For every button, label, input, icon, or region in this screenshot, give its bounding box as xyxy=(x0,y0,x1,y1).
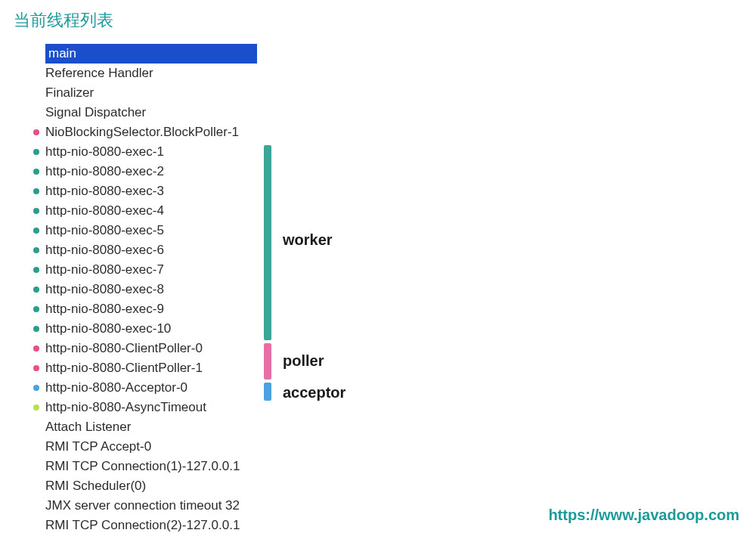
thread-name: Reference Handler xyxy=(45,66,153,81)
list-item[interactable]: RMI TCP Connection(1)-127.0.0.1 xyxy=(33,457,744,476)
list-item[interactable]: http-nio-8080-exec-2 xyxy=(33,162,744,181)
list-item[interactable]: http-nio-8080-exec-1 xyxy=(33,142,744,162)
list-item[interactable]: Signal Dispatcher xyxy=(33,103,744,122)
thread-name: http-nio-8080-ClientPoller-0 xyxy=(45,341,203,356)
bullet-icon xyxy=(33,149,39,155)
bullet-icon xyxy=(33,346,39,352)
bullet-icon xyxy=(33,267,39,273)
bullet-icon xyxy=(33,169,39,175)
list-item[interactable]: RMI TCP Accept-0 xyxy=(33,437,744,457)
bullet-icon xyxy=(33,326,39,332)
bullet-icon xyxy=(33,228,39,234)
list-item[interactable]: http-nio-8080-exec-5 xyxy=(33,221,744,240)
thread-name: http-nio-8080-exec-1 xyxy=(45,144,164,160)
bullet-icon xyxy=(33,188,39,194)
thread-name: http-nio-8080-Acceptor-0 xyxy=(45,380,187,395)
thread-name: http-nio-8080-exec-4 xyxy=(45,203,164,218)
list-item[interactable]: http-nio-8080-AsyncTimeout xyxy=(33,398,744,417)
thread-name: http-nio-8080-exec-10 xyxy=(45,321,171,336)
list-item[interactable]: main xyxy=(33,44,744,64)
thread-name: RMI Scheduler(0) xyxy=(45,479,146,494)
thread-name: http-nio-8080-exec-8 xyxy=(45,282,164,297)
thread-name: NioBlockingSelector.BlockPoller-1 xyxy=(45,125,239,140)
bullet-icon xyxy=(33,404,39,411)
bullet-icon xyxy=(33,306,39,312)
thread-name: RMI TCP Accept-0 xyxy=(45,439,151,454)
list-item[interactable]: RMI Scheduler(0) xyxy=(33,476,744,496)
thread-name: RMI TCP Connection(1)-127.0.0.1 xyxy=(45,459,240,474)
thread-name: http-nio-8080-ClientPoller-1 xyxy=(45,361,203,376)
bullet-icon xyxy=(33,365,39,371)
list-item[interactable]: http-nio-8080-exec-6 xyxy=(33,240,744,260)
list-item[interactable]: NioBlockingSelector.BlockPoller-1 xyxy=(33,122,744,142)
thread-name: Finalizer xyxy=(45,85,94,101)
list-item[interactable]: http-nio-8080-exec-10 xyxy=(33,319,744,339)
thread-name: http-nio-8080-exec-5 xyxy=(45,223,164,238)
list-item[interactable]: http-nio-8080-ClientPoller-0 xyxy=(33,339,744,358)
list-item[interactable]: Finalizer xyxy=(33,83,744,103)
list-item[interactable]: Reference Handler xyxy=(33,64,744,83)
list-item[interactable]: Attach Listener xyxy=(33,417,744,437)
list-item[interactable]: http-nio-8080-Acceptor-0 xyxy=(33,378,744,398)
thread-list: worker poller acceptor mainReference Han… xyxy=(33,44,744,533)
thread-name: Signal Dispatcher xyxy=(45,105,146,120)
thread-name: main xyxy=(45,44,257,64)
list-item[interactable]: http-nio-8080-exec-9 xyxy=(33,299,744,319)
bullet-icon xyxy=(33,129,39,135)
thread-name: Attach Listener xyxy=(45,420,131,435)
bullet-icon xyxy=(33,247,39,253)
bullet-icon xyxy=(33,287,39,293)
thread-name: http-nio-8080-exec-7 xyxy=(45,262,164,277)
list-item[interactable]: http-nio-8080-exec-8 xyxy=(33,280,744,299)
thread-name: http-nio-8080-exec-6 xyxy=(45,243,164,258)
bullet-icon xyxy=(33,385,39,391)
thread-name: JMX server connection timeout 32 xyxy=(45,498,240,513)
list-item[interactable]: http-nio-8080-exec-7 xyxy=(33,260,744,280)
thread-name: http-nio-8080-exec-3 xyxy=(45,184,164,199)
footer-url[interactable]: https://www.javadoop.com xyxy=(548,507,739,524)
thread-name: http-nio-8080-exec-2 xyxy=(45,164,164,179)
thread-name: http-nio-8080-exec-9 xyxy=(45,302,164,317)
thread-name: RMI TCP Connection(2)-127.0.0.1 xyxy=(45,518,240,533)
list-item[interactable]: http-nio-8080-exec-3 xyxy=(33,181,744,201)
bullet-icon xyxy=(33,208,39,214)
list-item[interactable]: http-nio-8080-exec-4 xyxy=(33,201,744,221)
thread-name: http-nio-8080-AsyncTimeout xyxy=(45,400,206,415)
list-item[interactable]: http-nio-8080-ClientPoller-1 xyxy=(33,358,744,378)
page-title: 当前线程列表 xyxy=(14,9,744,32)
